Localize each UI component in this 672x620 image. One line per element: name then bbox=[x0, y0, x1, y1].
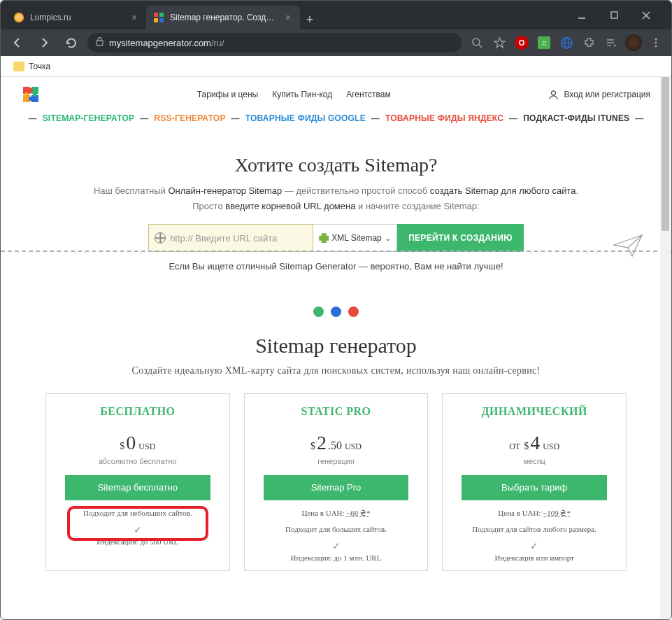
site-header: Тарифы и цены Купить Пин-код Агентствам … bbox=[1, 77, 671, 109]
reload-button[interactable] bbox=[61, 33, 80, 52]
close-icon[interactable]: × bbox=[283, 13, 293, 22]
subnav-sitemap[interactable]: SITEMAP-ГЕНЕРАТОР bbox=[43, 113, 135, 123]
subnav-rss[interactable]: RSS-ГЕНЕРАТОР bbox=[154, 113, 225, 123]
url-input[interactable] bbox=[170, 233, 307, 244]
plan-tag: месяц bbox=[523, 457, 545, 465]
address-bar: mysitemapgenerator.com/ru/ O ♫ bbox=[1, 29, 671, 56]
plan-static: STATIC PRO $2.50USD генерация Sitemap Pr… bbox=[244, 393, 429, 571]
close-button[interactable] bbox=[636, 6, 656, 25]
profile-avatar[interactable] bbox=[625, 34, 642, 51]
svg-point-28 bbox=[29, 97, 33, 101]
plan-price: $0USD bbox=[120, 432, 155, 454]
minimize-button[interactable] bbox=[572, 6, 592, 25]
plan-name: STATIC PRO bbox=[301, 405, 371, 418]
subnav-itunes[interactable]: ПОДКАСТ-ФИДЫ ITUNES bbox=[523, 113, 629, 123]
tab-strip: Lumpics.ru × Sitemap генератор. Создайте… bbox=[1, 1, 572, 29]
svg-point-1 bbox=[15, 14, 22, 21]
nav-pin[interactable]: Купить Пин-код bbox=[272, 90, 332, 99]
svg-line-12 bbox=[479, 45, 482, 48]
maximize-button[interactable] bbox=[604, 6, 624, 25]
url-input-row: XML Sitemap ⌄ ПЕРЕЙТИ К СОЗДАНИЮ bbox=[29, 224, 643, 252]
subnav-google[interactable]: ТОВАРНЫЕ ФИДЫ GOOGLE bbox=[245, 113, 366, 123]
svg-point-26 bbox=[29, 88, 33, 92]
star-icon[interactable] bbox=[491, 34, 508, 51]
generator-subtitle: Создайте идеальную XML-карту сайта для п… bbox=[29, 363, 643, 379]
close-icon[interactable]: × bbox=[129, 13, 139, 22]
svg-point-29 bbox=[24, 92, 29, 97]
tab-lumpics[interactable]: Lumpics.ru × bbox=[6, 6, 146, 29]
generator-section: Sitemap генератор Создайте идеальную XML… bbox=[1, 334, 671, 379]
subnav-yandex[interactable]: ТОВАРНЫЕ ФИДЫ ЯНДЕКС bbox=[385, 113, 503, 123]
hero-text-1: Наш бесплатный Онлайн-генератор Sitemap … bbox=[29, 183, 643, 199]
plan-desc: Подходит для сайтов любого размера. bbox=[472, 525, 596, 533]
check-icon: ✓ bbox=[134, 524, 142, 535]
check-icon: ✓ bbox=[530, 540, 538, 551]
dot-green[interactable] bbox=[313, 307, 324, 317]
svg-point-30 bbox=[552, 91, 556, 95]
bookmark-item[interactable]: Точка bbox=[9, 59, 55, 73]
forward-button[interactable] bbox=[34, 33, 54, 52]
plan-feature: Индексация или импорт bbox=[495, 553, 574, 563]
carousel-dots bbox=[1, 281, 671, 334]
svg-rect-4 bbox=[154, 18, 158, 22]
svg-rect-2 bbox=[154, 13, 158, 17]
chevron-down-icon: ⌄ bbox=[385, 234, 391, 242]
svg-point-19 bbox=[655, 38, 657, 40]
svg-rect-7 bbox=[611, 12, 617, 18]
plan-name: ДИНАМИЧЕСКИЙ bbox=[481, 405, 587, 418]
hero-text-2: Просто введите корневой URL домена и нач… bbox=[29, 199, 643, 214]
plan-free-button[interactable]: Sitemap бесплатно bbox=[65, 475, 210, 500]
url-field[interactable]: mysitemapgenerator.com/ru/ bbox=[87, 33, 462, 52]
dot-blue[interactable] bbox=[331, 307, 341, 317]
plan-uah: Цена в UAH: ~68 ₴* bbox=[301, 509, 370, 518]
user-icon bbox=[548, 89, 559, 101]
ext-opera-icon[interactable]: O bbox=[513, 34, 530, 51]
plan-name: БЕСПЛАТНО bbox=[100, 405, 175, 418]
back-button[interactable] bbox=[8, 33, 27, 52]
lock-icon bbox=[96, 37, 103, 48]
plan-feature: Индексация: до 1 млн. URL bbox=[291, 553, 382, 563]
tab-title: Lumpics.ru bbox=[30, 13, 125, 22]
login-link[interactable]: Вход или регистрация bbox=[548, 89, 650, 101]
bookmarks-bar: Точка bbox=[1, 56, 671, 77]
page-viewport: Тарифы и цены Купить Пин-код Агентствам … bbox=[1, 77, 671, 619]
plan-dynamic-button[interactable]: Выбрать тариф bbox=[462, 475, 607, 500]
hero-note: Если Вы ищете отличный Sitemap Generator… bbox=[29, 259, 643, 274]
menu-icon[interactable] bbox=[648, 34, 664, 51]
window-controls bbox=[572, 6, 666, 25]
scrollbar-thumb[interactable] bbox=[662, 77, 669, 231]
svg-rect-3 bbox=[159, 13, 164, 17]
nav-pricing[interactable]: Тарифы и цены bbox=[197, 90, 258, 99]
go-button[interactable]: ПЕРЕЙТИ К СОЗДАНИЮ bbox=[397, 224, 524, 252]
plan-tag: генерация bbox=[317, 457, 355, 465]
new-tab-button[interactable]: + bbox=[300, 10, 320, 29]
dot-red[interactable] bbox=[348, 307, 359, 317]
svg-point-11 bbox=[473, 38, 480, 45]
svg-point-21 bbox=[655, 45, 657, 47]
plan-price: ОТ$4USD bbox=[509, 432, 559, 454]
svg-rect-5 bbox=[159, 18, 164, 22]
ext-globe-icon[interactable] bbox=[558, 34, 575, 51]
browser-window: Lumpics.ru × Sitemap генератор. Создайте… bbox=[0, 0, 672, 620]
reading-list-icon[interactable] bbox=[603, 34, 620, 51]
svg-rect-10 bbox=[96, 41, 103, 45]
extensions-icon[interactable] bbox=[580, 34, 597, 51]
scrollbar[interactable] bbox=[660, 77, 671, 619]
plan-free: БЕСПЛАТНО $0USD абсолютно бесплатно Site… bbox=[45, 393, 230, 571]
pricing-plans: БЕСПЛАТНО $0USD абсолютно бесплатно Site… bbox=[1, 379, 671, 571]
tab-sitemap[interactable]: Sitemap генератор. Создайте X × bbox=[146, 6, 300, 29]
plan-desc: Подходит для небольших сайтов. bbox=[83, 509, 192, 517]
format-select[interactable]: XML Sitemap ⌄ bbox=[313, 224, 397, 252]
plan-static-button[interactable]: Sitemap Pro bbox=[264, 475, 409, 500]
toolbar-icons: O ♫ bbox=[469, 34, 664, 51]
site-logo[interactable] bbox=[22, 85, 40, 104]
plan-tag: абсолютно бесплатно bbox=[99, 457, 177, 465]
bookmark-label: Точка bbox=[29, 62, 50, 71]
nav-agency[interactable]: Агентствам bbox=[346, 90, 390, 99]
ext-music-icon[interactable]: ♫ bbox=[536, 34, 552, 51]
search-zoom-icon[interactable] bbox=[469, 34, 485, 51]
hero: Хотите создать Sitemap? Наш бесплатный О… bbox=[1, 133, 671, 281]
check-icon: ✓ bbox=[332, 540, 341, 551]
svg-point-27 bbox=[33, 92, 37, 97]
plan-desc: Подходит для больших сайтов. bbox=[285, 525, 387, 533]
